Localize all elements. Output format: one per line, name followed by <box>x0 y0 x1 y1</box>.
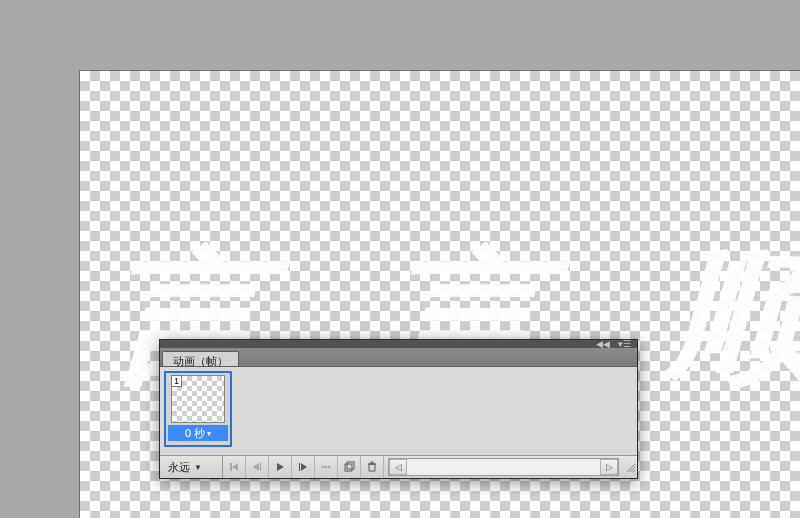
next-frame-button[interactable] <box>292 456 315 478</box>
tab-animation-frames[interactable]: 动画（帧） <box>162 351 239 366</box>
new-frame-button[interactable] <box>338 456 361 478</box>
panel-menu-icon[interactable]: ▾☰ <box>618 340 631 348</box>
svg-point-1 <box>325 466 328 469</box>
play-button[interactable] <box>269 456 292 478</box>
panel-collapse-icon[interactable]: ◀◀ <box>596 340 610 348</box>
scroll-right-icon[interactable]: ▷ <box>600 459 618 475</box>
chevron-down-icon: ▾ <box>207 429 211 438</box>
chevron-down-icon: ▼ <box>194 463 202 472</box>
delete-frame-button[interactable] <box>361 456 384 478</box>
frame-strip: 1 0 秒 ▾ <box>160 367 637 455</box>
frame-delay-label: 0 秒 <box>185 426 205 441</box>
frame-index: 1 <box>171 375 182 387</box>
loop-label: 永远 <box>168 460 190 475</box>
svg-point-2 <box>328 466 331 469</box>
playback-controls <box>223 456 384 478</box>
text-layer: 言 言 顺 衣 <box>105 223 800 340</box>
frame-item[interactable]: 1 0 秒 ▾ <box>164 371 232 447</box>
animation-panel: ◀◀ ▾☰ 动画（帧） 1 0 秒 ▾ 永远 ▼ <box>159 339 638 479</box>
prev-frame-button[interactable] <box>246 456 269 478</box>
horizontal-scrollbar[interactable]: ◁ ▷ <box>388 458 619 476</box>
svg-point-0 <box>322 466 325 469</box>
loop-selector[interactable]: 永远 ▼ <box>160 456 223 478</box>
frame-delay-selector[interactable]: 0 秒 ▾ <box>168 425 228 441</box>
resize-grip-icon[interactable] <box>623 456 637 478</box>
panel-title-bar[interactable]: ◀◀ ▾☰ <box>160 340 637 348</box>
first-frame-button[interactable] <box>223 456 246 478</box>
svg-rect-3 <box>345 464 352 471</box>
frame-thumbnail[interactable]: 1 <box>171 375 225 423</box>
panel-footer: 永远 ▼ ◁ <box>160 455 637 478</box>
panel-tab-bar: 动画（帧） <box>160 348 637 367</box>
scroll-left-icon[interactable]: ◁ <box>389 459 407 475</box>
tween-button[interactable] <box>315 456 338 478</box>
svg-rect-4 <box>347 462 354 469</box>
